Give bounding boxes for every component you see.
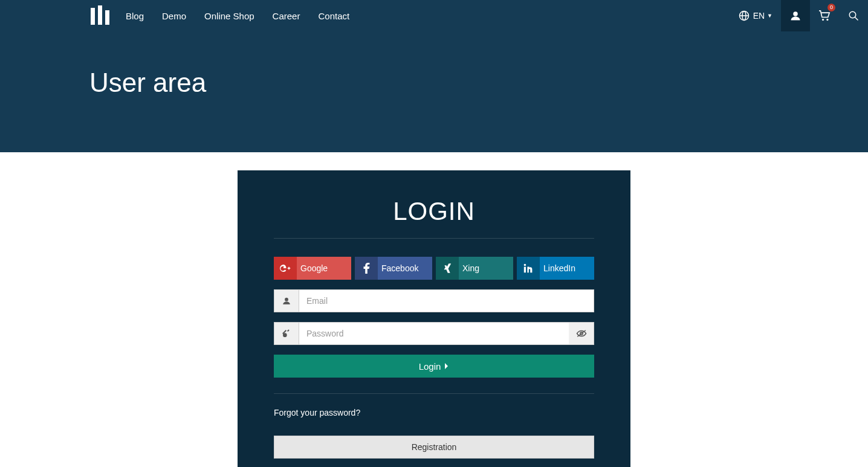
search-button[interactable]	[839, 0, 868, 31]
svg-point-8	[826, 19, 828, 21]
top-nav: Blog Demo Online Shop Career Contact EN …	[0, 0, 868, 31]
language-label: EN	[753, 11, 765, 21]
user-icon	[790, 10, 801, 21]
svg-rect-16	[287, 329, 290, 332]
xing-label: Xing	[459, 263, 513, 273]
login-button[interactable]: Login	[274, 355, 594, 378]
main-content: LOGIN Google Facebook Xing	[0, 152, 868, 467]
logo-icon	[89, 4, 111, 27]
user-icon	[274, 289, 299, 312]
email-row	[274, 289, 594, 312]
svg-rect-1	[98, 5, 102, 25]
chevron-down-icon: ▼	[767, 13, 772, 19]
forgot-password-link[interactable]: Forgot your password?	[274, 408, 360, 417]
globe-icon	[739, 10, 750, 21]
nav-right: EN ▼ 0	[730, 0, 868, 31]
svg-point-9	[849, 11, 856, 18]
login-facebook-button[interactable]: Facebook	[355, 257, 432, 280]
svg-rect-0	[91, 8, 95, 25]
svg-line-10	[855, 17, 858, 20]
page-title: User area	[89, 68, 868, 98]
cart-button[interactable]: 0	[810, 0, 839, 31]
login-card: LOGIN Google Facebook Xing	[238, 170, 630, 467]
google-label: Google	[297, 263, 351, 273]
nav-demo[interactable]: Demo	[162, 11, 186, 21]
divider	[274, 393, 594, 394]
xing-icon	[436, 257, 459, 280]
cart-icon	[818, 10, 831, 21]
svg-point-13	[285, 298, 288, 301]
password-field[interactable]	[299, 322, 569, 345]
nav-left: Blog Demo Online Shop Career Contact	[89, 0, 368, 31]
language-selector[interactable]: EN ▼	[730, 0, 781, 31]
google-plus-icon	[274, 257, 297, 280]
login-button-label: Login	[419, 361, 441, 372]
login-heading: LOGIN	[274, 197, 594, 239]
login-linkedin-button[interactable]: LinkedIn	[517, 257, 594, 280]
logo[interactable]	[89, 4, 111, 28]
linkedin-label: LinkedIn	[540, 263, 594, 273]
login-xing-button[interactable]: Xing	[436, 257, 513, 280]
chevron-right-icon	[444, 362, 449, 370]
login-google-button[interactable]: Google	[274, 257, 351, 280]
svg-point-12	[524, 264, 526, 266]
password-row	[274, 322, 594, 345]
facebook-icon	[355, 257, 378, 280]
svg-point-6	[793, 11, 798, 16]
search-icon	[848, 10, 859, 21]
registration-button[interactable]: Registration	[274, 436, 594, 459]
svg-rect-2	[105, 10, 109, 25]
social-login-row: Google Facebook Xing LinkedIn	[274, 257, 594, 280]
svg-point-7	[822, 19, 824, 21]
cart-badge: 0	[828, 4, 835, 11]
svg-rect-11	[524, 267, 526, 273]
key-icon	[274, 322, 299, 345]
linkedin-icon	[517, 257, 540, 280]
hero-banner: User area	[0, 31, 868, 152]
facebook-label: Facebook	[378, 263, 432, 273]
nav-career[interactable]: Career	[273, 11, 300, 21]
nav-contact[interactable]: Contact	[318, 11, 349, 21]
email-field[interactable]	[299, 289, 594, 312]
nav-blog[interactable]: Blog	[126, 11, 144, 21]
eye-slash-icon	[576, 329, 587, 338]
user-account-button[interactable]	[781, 0, 810, 31]
toggle-password-visibility[interactable]	[569, 322, 594, 345]
nav-online-shop[interactable]: Online Shop	[204, 11, 254, 21]
